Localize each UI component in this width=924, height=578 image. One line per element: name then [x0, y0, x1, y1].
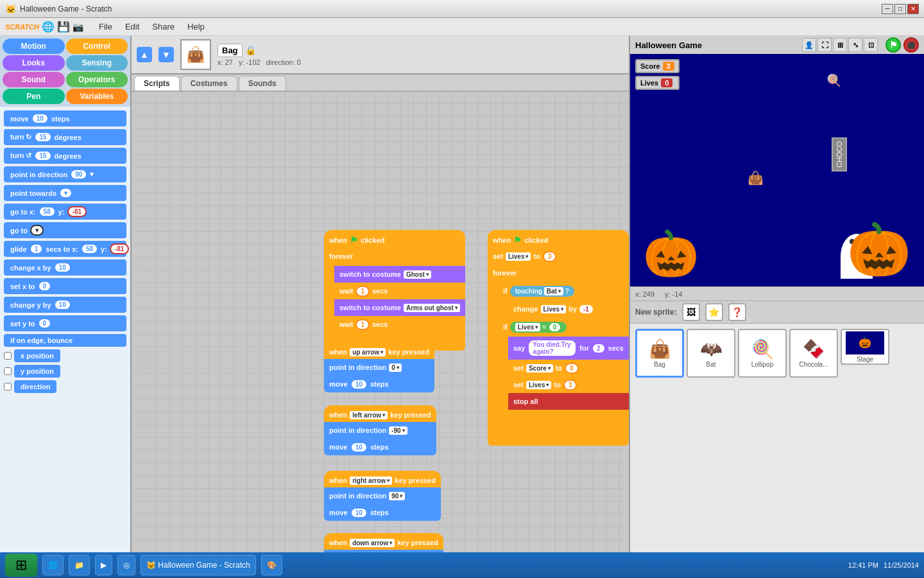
- stage-tool-2[interactable]: ⛶: [817, 38, 832, 52]
- cat-sensing[interactable]: Sensing: [66, 55, 128, 71]
- move-10-up-block[interactable]: move 10 steps: [324, 376, 434, 392]
- stage: Halloween Game 👤 ⛶ ⊞ ⤡ ⊡ ⚑ ⬛: [630, 36, 924, 286]
- hat-right-arrow[interactable]: when right arrow key pressed: [324, 471, 441, 487]
- cat-operators[interactable]: Operators: [66, 72, 128, 87]
- sprite-cell-bat[interactable]: 🦇 Bat: [687, 329, 735, 378]
- set-score-block[interactable]: set Score to 0: [508, 360, 629, 376]
- scratch-logo: SCRATCH: [5, 23, 39, 31]
- forever-block-2[interactable]: forever: [488, 265, 629, 281]
- block-set-x[interactable]: set x to 0: [4, 278, 126, 294]
- set-lives-block[interactable]: set Lives to 3: [488, 248, 629, 265]
- minimize-button[interactable]: ─: [882, 4, 893, 14]
- block-set-y[interactable]: set y to 0: [4, 315, 126, 331]
- if-touching-block[interactable]: if touching Bat ?: [498, 283, 629, 299]
- block-x-pos[interactable]: x position: [4, 349, 126, 362]
- taskbar-date: 11/25/2014: [884, 561, 919, 569]
- forever-block-1[interactable]: forever: [324, 248, 465, 265]
- tab-scripts[interactable]: Scripts: [134, 76, 180, 91]
- stage-thumb: 🎃: [846, 331, 884, 355]
- maximize-button[interactable]: □: [894, 4, 906, 14]
- hat-block-2[interactable]: when ⚑ clicked: [488, 230, 629, 248]
- taskbar-scratch[interactable]: 🐱 Halloween Game - Scratch: [141, 555, 256, 575]
- stop-button[interactable]: ⬛: [903, 37, 919, 53]
- hat-left-arrow[interactable]: when left arrow key pressed: [324, 405, 436, 422]
- block-goto-xy[interactable]: go to x: 58 y: -81: [4, 204, 126, 220]
- block-y-pos[interactable]: y position: [4, 365, 126, 378]
- nav-up[interactable]: ▲: [137, 47, 152, 62]
- pumpkin-left: 🎃: [643, 227, 699, 280]
- sprite-info: ▲ ▼ 👜 Bag 🔒 x: 27 y: -102 direction: 0: [132, 36, 629, 74]
- bat-label: Bat: [706, 361, 715, 368]
- block-change-x[interactable]: change x by 10: [4, 259, 126, 276]
- cat-pen[interactable]: Pen: [3, 89, 65, 104]
- titlebar-controls[interactable]: ─ □ ✕: [882, 4, 919, 14]
- stage-tool-5[interactable]: ⊡: [864, 38, 878, 52]
- if-lives-zero-block[interactable]: if Lives = 0: [498, 319, 629, 335]
- costume-arms-block[interactable]: switch to costume Arms out ghost: [334, 299, 465, 316]
- new-sprite-random[interactable]: ❓: [728, 303, 746, 321]
- move-10-left-block[interactable]: move 10 steps: [324, 439, 436, 455]
- cat-variables[interactable]: Variables: [66, 89, 128, 104]
- block-glide[interactable]: glide 1 secs to x: 58 y: -81: [4, 241, 126, 257]
- point-dir-neg90-block[interactable]: point in direction -90: [324, 422, 436, 439]
- menu-share[interactable]: Share: [147, 20, 180, 33]
- candy-sprite: 🍭: [826, 73, 841, 87]
- taskbar-explorer[interactable]: 📁: [69, 555, 90, 575]
- block-change-y[interactable]: change y by 10: [4, 297, 126, 313]
- change-lives-block[interactable]: change Lives by -1: [508, 301, 629, 317]
- score-display: Score 3 Lives 0: [635, 59, 680, 90]
- hat-block-1[interactable]: when ⚑ clicked: [324, 230, 465, 248]
- block-point-dir[interactable]: point in direction 90 ▾: [4, 166, 126, 182]
- nav-down[interactable]: ▼: [158, 47, 174, 62]
- choco-sprite: CHOCO: [832, 137, 847, 171]
- stage-tool-1[interactable]: 👤: [802, 38, 816, 52]
- sprite-name[interactable]: Bag: [218, 44, 243, 57]
- block-turn-ccw[interactable]: turn ↺ 15 degrees: [4, 148, 126, 164]
- sprite-cell-chocolate[interactable]: 🍫 Chocola...: [789, 329, 838, 378]
- new-sprite-from-library[interactable]: 🖼: [682, 303, 700, 321]
- sprite-cell-lollipop[interactable]: 🍭 Lollipop: [738, 329, 787, 378]
- start-button[interactable]: ⊞: [5, 554, 37, 577]
- green-flag-button[interactable]: ⚑: [886, 37, 901, 53]
- taskbar-paint[interactable]: 🎨: [261, 555, 282, 575]
- block-bounce[interactable]: if on edge, bounce: [4, 334, 126, 347]
- menu-file[interactable]: File: [94, 20, 117, 33]
- taskbar-ie[interactable]: 🌐: [42, 555, 64, 575]
- close-button[interactable]: ✕: [907, 4, 919, 14]
- wait-block-1[interactable]: wait 1 secs: [334, 283, 465, 299]
- point-dir-180-block[interactable]: point in direction 180: [324, 550, 443, 552]
- cat-control[interactable]: Control: [66, 39, 128, 54]
- cat-looks[interactable]: Looks: [3, 55, 65, 71]
- taskbar-chrome[interactable]: ◎: [117, 555, 135, 575]
- tab-sounds[interactable]: Sounds: [239, 76, 286, 91]
- wait-block-2[interactable]: wait 1 secs: [334, 316, 465, 333]
- cat-sound[interactable]: Sound: [3, 72, 65, 87]
- block-turn-cw[interactable]: turn ↻ 15 degrees: [4, 129, 126, 145]
- new-sprite-paint[interactable]: ⭐: [705, 303, 723, 321]
- set-lives-3-block[interactable]: set Lives to 3: [508, 376, 629, 393]
- costume-ghost-block[interactable]: switch to costume Ghost: [334, 266, 465, 283]
- taskbar-media[interactable]: ▶: [95, 555, 112, 575]
- sprite-cell-stage[interactable]: 🎃 Stage: [841, 329, 889, 365]
- tab-costumes[interactable]: Costumes: [181, 76, 237, 91]
- menu-help[interactable]: Help: [182, 20, 210, 33]
- taskbar-right: 12:41 PM 11/25/2014: [848, 561, 919, 569]
- stage-tool-3[interactable]: ⊞: [833, 38, 847, 52]
- stop-all-block[interactable]: stop all: [508, 393, 629, 410]
- block-goto[interactable]: go to ▾: [4, 222, 126, 238]
- hat-down-arrow[interactable]: when down arrow key pressed: [324, 533, 443, 550]
- block-point-towards[interactable]: point towards ▾: [4, 185, 126, 201]
- menu-edit[interactable]: Edit: [120, 20, 144, 33]
- sprites-grid: 👜 Bag 🦇 Bat 🍭 Lollipop 🍫 Chocola...: [630, 324, 924, 552]
- cat-motion[interactable]: Motion: [3, 39, 65, 54]
- point-dir-90-block[interactable]: point in direction 90: [324, 487, 441, 504]
- move-10-right-block[interactable]: move 10 steps: [324, 504, 441, 521]
- block-direction[interactable]: direction: [4, 380, 126, 393]
- say-block[interactable]: say You died.Try again? for 2 secs: [508, 337, 629, 360]
- script-canvas[interactable]: when ⚑ clicked forever switch to costume…: [132, 92, 629, 552]
- point-dir-0-block[interactable]: point in direction 0: [324, 359, 434, 376]
- sprite-cell-bag[interactable]: 👜 Bag: [635, 329, 684, 378]
- stage-tool-4[interactable]: ⤡: [848, 38, 862, 52]
- hat-up-arrow[interactable]: when up arrow key pressed: [324, 342, 434, 359]
- block-move[interactable]: move 10 steps: [4, 110, 126, 127]
